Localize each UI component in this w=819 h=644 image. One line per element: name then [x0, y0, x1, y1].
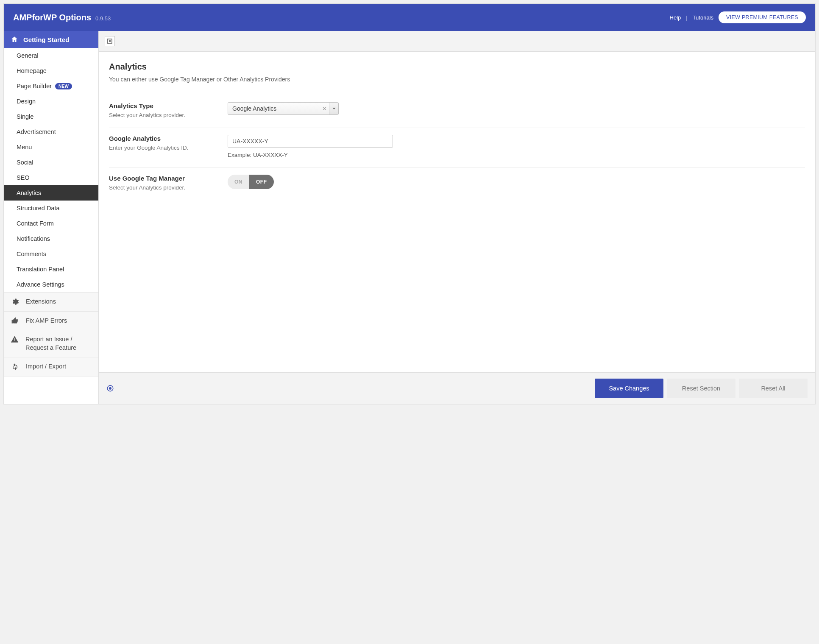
- analytics-type-value: Google Analytics: [228, 105, 320, 112]
- sidebar-item-structured-data[interactable]: Structured Data: [4, 201, 98, 216]
- header: AMPforWP Options 0.9.53 Help | Tutorials…: [4, 4, 815, 31]
- svg-point-1: [109, 387, 111, 390]
- field-google-analytics: Google Analytics Enter your Google Analy…: [109, 128, 805, 168]
- home-icon: [11, 36, 18, 43]
- premium-button[interactable]: VIEW PREMIUM FEATURES: [719, 11, 806, 23]
- sidebar-tool-fix-errors[interactable]: Fix AMP Errors: [4, 312, 98, 331]
- sidebar-item-analytics[interactable]: Analytics: [4, 185, 98, 201]
- help-link[interactable]: Help: [670, 14, 681, 21]
- sidebar-item-comments[interactable]: Comments: [4, 246, 98, 262]
- ga-example: Example: UA-XXXXX-Y: [228, 152, 805, 158]
- sidebar-item-label: Social: [17, 159, 33, 166]
- sidebar-item-menu[interactable]: Menu: [4, 139, 98, 155]
- sidebar-head-getting-started[interactable]: Getting Started: [4, 31, 98, 48]
- sidebar-item-label: Advertisement: [17, 128, 56, 135]
- chevron-down-icon[interactable]: [329, 103, 338, 114]
- sidebar-item-label: Notifications: [17, 235, 50, 242]
- field-gtm: Use Google Tag Manager Select your Analy…: [109, 168, 805, 200]
- app-title: AMPforWP Options: [13, 13, 91, 22]
- sidebar-item-advertisement[interactable]: Advertisement: [4, 124, 98, 139]
- sidebar-item-social[interactable]: Social: [4, 155, 98, 170]
- app-version: 0.9.53: [95, 15, 111, 22]
- sidebar-item-notifications[interactable]: Notifications: [4, 231, 98, 246]
- toggle-on: ON: [228, 175, 249, 189]
- credits-icon[interactable]: [106, 385, 114, 392]
- sidebar-item-label: General: [17, 52, 39, 59]
- sidebar-item-label: Page Builder: [17, 83, 52, 89]
- toggle-off: OFF: [249, 175, 274, 189]
- sidebar-tool-report[interactable]: Report an Issue / Request a Feature: [4, 330, 98, 357]
- sidebar-item-label: Homepage: [17, 67, 47, 74]
- sidebar-item-label: Comments: [17, 251, 46, 257]
- reset-section-button[interactable]: Reset Section: [667, 379, 735, 398]
- sidebar-item-page-builder[interactable]: Page BuilderNEW: [4, 78, 98, 94]
- sidebar-item-single[interactable]: Single: [4, 109, 98, 124]
- sidebar-item-label: Design: [17, 98, 36, 105]
- refresh-icon: [11, 363, 19, 371]
- thumbs-up-icon: [11, 317, 19, 325]
- sidebar-item-label: Structured Data: [17, 205, 60, 212]
- sidebar-item-advance-settings[interactable]: Advance Settings: [4, 277, 98, 292]
- sidebar-item-general[interactable]: General: [4, 48, 98, 63]
- section-description: You can either use Google Tag Manager or…: [109, 76, 805, 83]
- sidebar-item-label: Analytics: [17, 190, 41, 196]
- clear-icon[interactable]: ✕: [320, 106, 329, 112]
- new-badge: NEW: [55, 83, 72, 89]
- sidebar-item-label: Translation Panel: [17, 266, 64, 273]
- expand-icon: [107, 39, 112, 44]
- field-analytics-type: Analytics Type Select your Analytics pro…: [109, 95, 805, 128]
- sidebar-item-label: Menu: [17, 144, 32, 151]
- sidebar-item-contact-form[interactable]: Contact Form: [4, 216, 98, 231]
- gear-icon: [11, 298, 19, 306]
- gtm-toggle[interactable]: ON OFF: [228, 175, 274, 189]
- expand-toggle-button[interactable]: [105, 36, 115, 46]
- sidebar-tool-import-export[interactable]: Import / Export: [4, 357, 98, 376]
- sidebar-item-label: Advance Settings: [17, 281, 64, 288]
- save-button[interactable]: Save Changes: [595, 379, 663, 398]
- sidebar-item-translation-panel[interactable]: Translation Panel: [4, 262, 98, 277]
- ga-id-input[interactable]: [228, 135, 393, 148]
- sidebar-item-seo[interactable]: SEO: [4, 170, 98, 185]
- sidebar-item-label: Contact Form: [17, 220, 54, 227]
- section-title: Analytics: [109, 62, 805, 72]
- sidebar-head-label: Getting Started: [23, 36, 69, 43]
- sidebar-item-design[interactable]: Design: [4, 94, 98, 109]
- sidebar-item-homepage[interactable]: Homepage: [4, 63, 98, 78]
- warning-icon: [11, 335, 19, 343]
- tutorials-link[interactable]: Tutorials: [693, 14, 713, 21]
- analytics-type-select[interactable]: Google Analytics ✕: [228, 102, 339, 115]
- toolbar: [99, 31, 815, 52]
- sidebar-tool-extensions[interactable]: Extensions: [4, 293, 98, 312]
- sidebar-item-label: Single: [17, 113, 33, 120]
- sidebar: Getting Started GeneralHomepagePage Buil…: [4, 31, 99, 404]
- footer: Save Changes Reset Section Reset All: [99, 372, 815, 404]
- reset-all-button[interactable]: Reset All: [739, 379, 808, 398]
- sidebar-item-label: SEO: [17, 174, 30, 181]
